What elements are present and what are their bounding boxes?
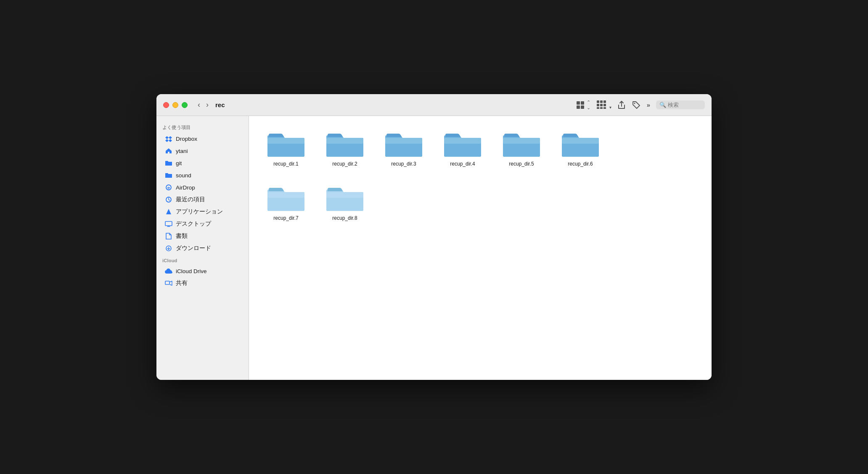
maximize-button[interactable] xyxy=(182,102,188,108)
svg-rect-31 xyxy=(562,138,599,144)
svg-rect-6 xyxy=(603,100,606,103)
tag-icon xyxy=(632,100,641,110)
clock-icon xyxy=(165,196,172,203)
sidebar-item-ytani[interactable]: ytani xyxy=(159,145,246,157)
view-icon-grid[interactable]: ⌃⌄ xyxy=(576,100,590,111)
sidebar-item-label: 共有 xyxy=(176,279,188,287)
sidebar-item-sound[interactable]: sound xyxy=(159,169,246,181)
sidebar-item-label: 書類 xyxy=(176,232,188,240)
download-icon xyxy=(165,245,172,252)
svg-rect-25 xyxy=(385,138,422,144)
folder-item[interactable]: recup_dir.4 xyxy=(437,126,488,167)
sidebar-item-shared[interactable]: 共有 xyxy=(159,277,246,289)
svg-rect-9 xyxy=(603,104,606,106)
share-button[interactable] xyxy=(617,100,626,110)
shared-icon xyxy=(165,279,172,287)
list-view-icon xyxy=(596,100,607,109)
folder-item[interactable]: recup_dir.2 xyxy=(320,126,370,167)
sidebar-item-dropbox[interactable]: Dropbox xyxy=(159,133,246,145)
folder-icon xyxy=(326,126,364,158)
folder-icon xyxy=(267,126,305,158)
svg-rect-23 xyxy=(326,138,363,144)
sidebar-item-label: Dropbox xyxy=(176,136,197,142)
folder-icon xyxy=(444,126,482,158)
sidebar-item-label: アプリケーション xyxy=(176,208,223,216)
folder-item[interactable]: recup_dir.8 xyxy=(320,180,370,221)
svg-rect-5 xyxy=(600,100,603,103)
more-button[interactable]: » xyxy=(647,101,650,108)
svg-rect-35 xyxy=(326,192,363,198)
folder-label: recup_dir.4 xyxy=(450,161,475,167)
chevron-up-down-icon: ⌃⌄ xyxy=(587,100,590,111)
svg-rect-21 xyxy=(267,138,304,144)
sidebar-item-label: sound xyxy=(176,172,191,179)
folder-label: recup_dir.2 xyxy=(332,161,357,167)
sidebar-item-airdrop[interactable]: AirDrop xyxy=(159,182,246,193)
svg-rect-29 xyxy=(503,138,540,144)
nav-buttons: ‹ › xyxy=(196,100,210,110)
svg-rect-0 xyxy=(577,101,580,105)
folder-grid: recup_dir.1 recup_dir.2 xyxy=(261,126,700,221)
folder-icon xyxy=(561,126,599,158)
svg-rect-33 xyxy=(267,192,304,198)
sidebar-item-label: ダウンロード xyxy=(176,245,211,252)
toolbar: ‹ › rec ⌃⌄ xyxy=(156,94,712,116)
folder-item[interactable]: recup_dir.7 xyxy=(261,180,311,221)
view-icon-list[interactable]: ▾ xyxy=(596,100,611,111)
sidebar: よく使う項目 Dropbox xyxy=(156,116,249,380)
forward-button[interactable]: › xyxy=(204,100,210,110)
folder-label: recup_dir.8 xyxy=(332,215,357,221)
sidebar-item-label: ytani xyxy=(176,148,188,154)
svg-rect-19 xyxy=(165,281,169,284)
folder-icon xyxy=(267,180,305,212)
svg-point-15 xyxy=(168,188,169,189)
folder-icon xyxy=(385,126,423,158)
folder-item[interactable]: recup_dir.5 xyxy=(496,126,547,167)
sidebar-item-label: git xyxy=(176,160,182,166)
doc-icon xyxy=(165,232,172,240)
window-title: rec xyxy=(215,101,225,108)
sidebar-item-applications[interactable]: アプリケーション xyxy=(159,206,246,218)
svg-rect-8 xyxy=(600,104,603,106)
folder-icon-sound xyxy=(165,171,172,179)
sidebar-item-label: デスクトップ xyxy=(176,220,211,228)
close-button[interactable] xyxy=(163,102,169,108)
svg-point-13 xyxy=(634,103,635,104)
toolbar-actions: ⌃⌄ ▾ xyxy=(576,100,705,111)
search-box[interactable]: 🔍 xyxy=(656,100,705,109)
folder-item[interactable]: recup_dir.3 xyxy=(378,126,429,167)
folder-item[interactable]: recup_dir.1 xyxy=(261,126,311,167)
desktop-icon xyxy=(165,220,172,228)
svg-rect-2 xyxy=(577,105,580,109)
sidebar-item-desktop[interactable]: デスクトップ xyxy=(159,218,246,230)
svg-rect-1 xyxy=(581,101,584,105)
sidebar-item-label: 最近の項目 xyxy=(176,196,205,203)
folder-label: recup_dir.3 xyxy=(391,161,416,167)
search-icon: 🔍 xyxy=(659,102,666,108)
sidebar-item-git[interactable]: git xyxy=(159,157,246,169)
sidebar-item-downloads[interactable]: ダウンロード xyxy=(159,242,246,254)
svg-rect-17 xyxy=(165,221,172,226)
minimize-button[interactable] xyxy=(172,102,178,108)
icon-view-grid xyxy=(576,100,585,110)
chevron-down-icon: ▾ xyxy=(609,105,611,110)
finder-window: ‹ › rec ⌃⌄ xyxy=(156,94,712,380)
svg-rect-12 xyxy=(603,107,606,109)
svg-rect-3 xyxy=(581,105,584,109)
share-icon xyxy=(617,100,626,110)
svg-rect-11 xyxy=(600,107,603,109)
back-button[interactable]: ‹ xyxy=(196,100,202,110)
apps-icon xyxy=(165,208,172,216)
folder-item[interactable]: recup_dir.6 xyxy=(555,126,606,167)
folder-icon xyxy=(326,180,364,212)
svg-rect-4 xyxy=(597,100,599,103)
home-icon xyxy=(165,147,172,155)
svg-rect-7 xyxy=(597,104,599,106)
tag-button[interactable] xyxy=(632,100,641,110)
sidebar-item-label: iCloud Drive xyxy=(176,268,207,274)
traffic-lights xyxy=(163,102,188,108)
sidebar-item-icloud-drive[interactable]: iCloud Drive xyxy=(159,265,246,277)
sidebar-item-recents[interactable]: 最近の項目 xyxy=(159,194,246,205)
search-input[interactable] xyxy=(668,102,701,108)
sidebar-item-documents[interactable]: 書類 xyxy=(159,230,246,242)
